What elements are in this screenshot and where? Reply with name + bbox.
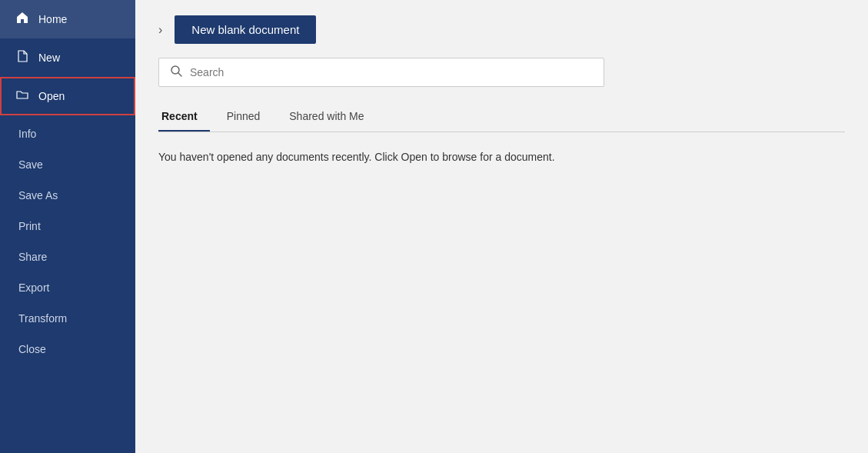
top-row: › New blank document (158, 15, 845, 44)
sidebar-label-share: Share (18, 251, 47, 263)
sidebar-label-print: Print (18, 220, 41, 232)
sidebar-label-close: Close (18, 343, 46, 355)
sidebar-item-save-as[interactable]: Save As (0, 180, 135, 211)
chevron-right-icon: › (158, 23, 162, 37)
sidebar-item-save[interactable]: Save (0, 149, 135, 180)
sidebar-label-export: Export (18, 281, 49, 294)
new-doc-icon (15, 49, 29, 66)
sidebar-label-home: Home (38, 13, 67, 25)
main-content: › New blank document Recent Pinned Share… (135, 0, 868, 453)
sidebar-menu-group: Info Save Save As Print Share Export Tra… (0, 118, 135, 365)
sidebar-label-open: Open (38, 90, 65, 102)
tabs: Recent Pinned Shared with Me (158, 104, 845, 132)
search-icon (170, 65, 182, 80)
open-folder-icon (15, 88, 29, 105)
svg-line-1 (178, 73, 181, 76)
sidebar-item-print[interactable]: Print (0, 211, 135, 241)
sidebar-item-transform[interactable]: Transform (0, 303, 135, 334)
new-blank-document-button[interactable]: New blank document (175, 15, 316, 44)
search-bar (158, 58, 604, 87)
home-icon (15, 11, 29, 28)
sidebar-item-share[interactable]: Share (0, 241, 135, 272)
sidebar-label-new: New (38, 52, 60, 64)
sidebar-item-info[interactable]: Info (0, 118, 135, 149)
sidebar-label-info: Info (18, 128, 36, 140)
sidebar-item-new[interactable]: New (0, 38, 135, 77)
sidebar-item-close[interactable]: Close (0, 334, 135, 365)
sidebar-label-transform: Transform (18, 312, 67, 325)
sidebar-item-export[interactable]: Export (0, 272, 135, 303)
tab-recent[interactable]: Recent (158, 104, 210, 132)
sidebar: Home New Open Info Save Save As (0, 0, 135, 453)
sidebar-item-open[interactable]: Open (0, 77, 135, 115)
sidebar-label-save: Save (18, 158, 43, 171)
tab-pinned[interactable]: Pinned (224, 104, 273, 132)
empty-state-message: You haven't opened any documents recentl… (158, 151, 845, 163)
tab-shared-with-me[interactable]: Shared with Me (286, 104, 376, 132)
search-input[interactable] (190, 66, 593, 78)
sidebar-item-home[interactable]: Home (0, 0, 135, 38)
sidebar-label-save-as: Save As (18, 189, 58, 202)
